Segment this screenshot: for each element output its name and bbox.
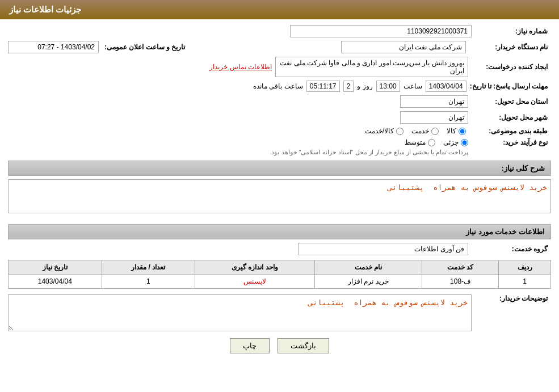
need-number-row: شماره نیاز: 1103092921000371 [8,25,551,37]
need-desc-textarea[interactable]: خرید لایسنس سوفوس به همراه پشتیبانی [8,179,551,213]
process-option-mottavasset[interactable]: متوسط [405,138,435,146]
page-header: جزئیات اطلاعات نیاز [0,0,559,19]
table-cell-date: 1403/04/04 [9,275,102,289]
org-name-value: شرکت ملی نفت ایران [341,41,466,53]
category-label: طبقه بندی موضوعی: [472,127,551,135]
need-desc-section-title: شرح کلی نیاز: [8,161,551,176]
need-number-label: شماره نیاز: [472,27,551,35]
process-description: پرداخت تمام یا بخشی از مبلغ خریدار از مح… [270,149,468,156]
creator-value: بهروز دانش یار سرپرست امور اداری و مالی … [275,57,468,77]
org-announcement-row: نام دستگاه خریدار: شرکت ملی نفت ایران تا… [8,41,551,53]
col-unit: واحد اندازه گیری [195,260,315,275]
table-cell-name: خرید نرم افزار [314,275,422,289]
category-kala-khedmat-label: کالا/خدمت [365,127,394,135]
process-radio-group: جزئی متوسط [270,138,468,146]
response-time-label: ساعت [404,82,422,90]
buyer-desc-label: توضیحات خریدار: [472,294,551,302]
table-cell-code: ف-108 [422,275,498,289]
province-row: استان محل تحویل: تهران [8,95,551,108]
process-row: نوع فرآیند خرید: جزئی متوسط پرداخت تمام … [8,138,551,156]
announcement-label: تاریخ و ساعت اعلان عمومی: [104,43,188,51]
process-jozii-label: جزئی [443,138,459,146]
deadline-row: مهلت ارسال پاسخ: تا تاریخ: 1403/04/04 سا… [8,81,551,92]
buyer-desc-row: توضیحات خریدار: خرید لایسنس سوفوس به همر… [8,294,551,331]
process-mottavasset-label: متوسط [405,138,426,146]
print-button[interactable]: چاپ [230,338,270,353]
org-name-label: نام دستگاه خریدار: [472,43,551,51]
table-cell-unit: لایسنس [195,275,315,289]
response-days: 2 [343,81,354,92]
province-label: استان محل تحویل: [472,98,551,106]
table-cell-row: 1 [499,275,551,289]
need-number-value: 1103092921000371 [290,25,472,37]
services-table: ردیف کد خدمت نام خدمت واحد اندازه گیری ت… [8,260,551,289]
table-row: 1ف-108خرید نرم افزارلایسنس11403/04/04 [9,275,551,289]
response-remaining: ساعت باقی مانده [253,82,303,90]
back-button[interactable]: بازگشت [278,338,329,353]
creator-row: ایجاد کننده درخواست: بهروز دانش یار سرپر… [8,57,551,77]
service-group-row: گروه خدمت: فن آوری اطلاعات [8,243,551,255]
table-cell-count: 1 [102,275,195,289]
col-code: کد خدمت [422,260,498,275]
response-days-label: روز و [357,82,372,90]
announcement-value: 1403/04/02 - 07:27 [8,41,99,53]
response-deadline-label: مهلت ارسال پاسخ: تا تاریخ: [470,82,551,90]
col-count: تعداد / مقدار [102,260,195,275]
category-radio-group: کالا خدمت کالا/خدمت [365,127,466,135]
process-option-jozii[interactable]: جزئی [443,138,468,146]
col-row: ردیف [499,260,551,275]
response-timer: 05:11:17 [306,81,340,92]
col-name: نام خدمت [314,260,422,275]
col-date: تاریخ نیاز [9,260,102,275]
services-section-title: اطلاعات خدمات مورد نیاز [8,224,551,239]
city-row: شهر محل تحویل: تهران [8,111,551,124]
need-desc-label: شرح کلی نیاز: [501,164,545,172]
buyer-desc-textarea[interactable]: خرید لایسنس سوفوس به همراه پشتیبانی [8,294,472,331]
contact-link[interactable]: اطلاعات تماس خریدار [209,63,272,71]
category-khedmat-label: خدمت [411,127,429,135]
response-date: 1403/04/04 [426,81,466,92]
creator-label: ایجاد کننده درخواست: [472,63,551,71]
city-label: شهر محل تحویل: [472,113,551,121]
response-time: 13:00 [376,81,400,92]
category-option-khedmat[interactable]: خدمت [411,127,439,135]
category-row: طبقه بندی موضوعی: کالا خدمت کالا/خدمت [8,127,551,135]
process-label: نوع فرآیند خرید: [472,138,551,146]
city-value: تهران [400,111,468,124]
category-kala-label: کالا [447,127,456,135]
service-group-label: گروه خدمت: [472,245,551,253]
category-option-kala-khedmat[interactable]: کالا/خدمت [365,127,404,135]
page-title: جزئیات اطلاعات نیاز [9,5,81,14]
service-group-value: فن آوری اطلاعات [298,243,468,255]
button-row: بازگشت چاپ [8,338,551,353]
province-value: تهران [400,95,468,108]
category-option-kala[interactable]: کالا [447,127,466,135]
